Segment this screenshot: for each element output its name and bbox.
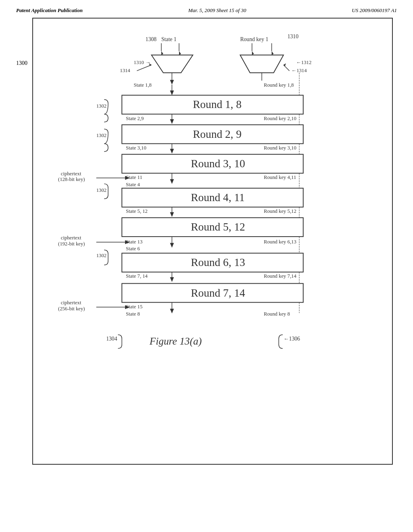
svg-text:Round key 2,10: Round key 2,10 [264, 116, 296, 121]
svg-text:State 7, 14: State 7, 14 [126, 273, 148, 279]
svg-text:ciphertext: ciphertext [61, 235, 81, 241]
svg-text:State 2,9: State 2,9 [126, 116, 144, 121]
svg-text:Round key 6,13: Round key 6,13 [264, 239, 296, 245]
svg-text:1314: 1314 [120, 68, 130, 73]
svg-text:Figure 13(a): Figure 13(a) [149, 335, 202, 347]
svg-text:Round key 3,10: Round key 3,10 [264, 145, 296, 151]
diagram-svg: 1308 State 1 Round key 1 1310 1310 → ←13… [39, 25, 386, 452]
svg-text:(192-bit key): (192-bit key) [58, 241, 85, 247]
svg-text:Round 2, 9: Round 2, 9 [193, 128, 242, 140]
svg-marker-89 [170, 309, 174, 314]
label-1300: 1300 [16, 60, 27, 66]
svg-text:1304: 1304 [106, 336, 117, 342]
svg-marker-54 [170, 179, 174, 184]
svg-text:←1306: ←1306 [284, 336, 300, 342]
svg-marker-78 [170, 277, 174, 282]
svg-marker-72 [170, 243, 174, 248]
svg-text:ciphertext: ciphertext [61, 171, 81, 177]
svg-marker-11 [272, 51, 274, 55]
svg-text:1302: 1302 [96, 187, 106, 193]
svg-marker-15 [152, 55, 193, 73]
svg-marker-60 [170, 212, 174, 217]
svg-text:Round 5, 12: Round 5, 12 [191, 221, 245, 233]
svg-text:State 3,10: State 3,10 [126, 145, 146, 151]
svg-text:Round key 1,8: Round key 1,8 [264, 82, 294, 88]
svg-text:State 1: State 1 [161, 36, 177, 42]
svg-marker-28 [170, 91, 174, 96]
svg-text:State 6: State 6 [126, 246, 140, 251]
svg-text:1302: 1302 [96, 253, 106, 258]
svg-text:1310: 1310 [288, 33, 299, 39]
svg-text:ciphertext: ciphertext [61, 300, 81, 305]
svg-text:1308: 1308 [146, 36, 157, 42]
svg-text:Round key 5,12: Round key 5,12 [264, 208, 296, 214]
svg-text:1302: 1302 [96, 133, 106, 138]
svg-text:State 5, 12: State 5, 12 [126, 208, 148, 214]
svg-text:Round 7, 14: Round 7, 14 [191, 287, 245, 299]
svg-marker-24 [170, 80, 174, 85]
svg-line-18 [137, 65, 151, 71]
svg-marker-7 [179, 51, 181, 55]
svg-text:State 4: State 4 [126, 182, 140, 187]
svg-text:Round key 8: Round key 8 [264, 311, 290, 317]
svg-text:Round 3, 10: Round 3, 10 [191, 158, 245, 170]
svg-text:←1314: ←1314 [291, 68, 307, 73]
svg-text:Round key 1: Round key 1 [240, 36, 268, 42]
svg-text:Round key 7,14: Round key 7,14 [264, 273, 296, 279]
svg-line-21 [284, 65, 290, 71]
svg-text:1302: 1302 [96, 103, 106, 109]
svg-marker-35 [170, 119, 174, 124]
svg-text:Round 4, 11: Round 4, 11 [191, 191, 245, 204]
header-right: US 2009/0060197 A1 [352, 7, 397, 14]
header-left: Patent Application Publication [16, 7, 83, 14]
svg-text:State 1,8: State 1,8 [134, 82, 152, 88]
svg-marker-42 [170, 149, 174, 154]
svg-text:←1312: ←1312 [296, 60, 311, 65]
svg-text:State 8: State 8 [126, 311, 140, 317]
svg-marker-16 [240, 55, 284, 73]
svg-marker-6 [161, 51, 163, 55]
svg-text:Round 6, 13: Round 6, 13 [191, 256, 245, 268]
svg-text:(128-bit key): (128-bit key) [58, 177, 85, 182]
svg-text:(256-bit key): (256-bit key) [58, 306, 85, 312]
header-center: Mar. 5, 2009 Sheet 15 of 30 [188, 7, 246, 14]
svg-marker-10 [252, 51, 254, 55]
svg-text:Round key 4,11: Round key 4,11 [264, 175, 296, 180]
page-header: Patent Application Publication Mar. 5, 2… [0, 0, 413, 18]
svg-text:Round 1, 8: Round 1, 8 [193, 99, 242, 111]
svg-text:1310: 1310 [134, 60, 144, 65]
